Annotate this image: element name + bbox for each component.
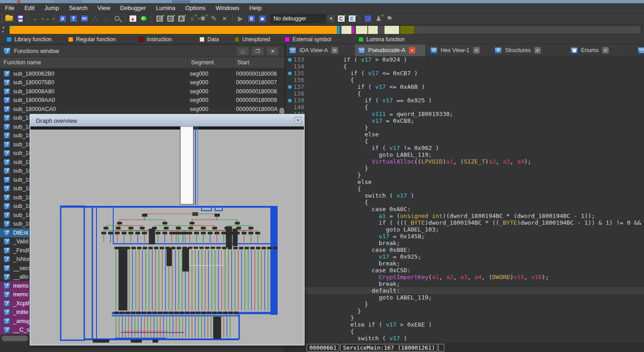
close-button[interactable]: ✕ <box>266 47 279 56</box>
debug-stop-icon[interactable]: ■ <box>257 14 267 24</box>
menu-file[interactable]: File <box>0 4 19 12</box>
forward-icon[interactable]: →▾ <box>42 14 52 24</box>
code-line[interactable]: 156 a1 = (unsigned int)(dword_1800194BC … <box>286 212 644 219</box>
make-data-icon[interactable]: D+ <box>165 14 175 24</box>
code-line[interactable]: 164 case 0xC5D: <box>286 267 644 274</box>
make-string-icon[interactable]: s+▾ <box>187 14 197 24</box>
code-line[interactable]: 169 } <box>286 301 644 308</box>
jump-binary-icon[interactable]: 101 <box>79 14 89 24</box>
code-line[interactable]: 136 { <box>286 77 644 83</box>
tab-structures[interactable]: AStructures× <box>492 44 558 56</box>
search-icon[interactable] <box>112 14 122 24</box>
table-row[interactable]: ƒsub_1800062B0seg0000000000180006 <box>0 69 284 78</box>
code-line[interactable]: 142 v17 = 0xCB8; <box>286 117 644 124</box>
code-line[interactable]: 149 } <box>286 165 644 172</box>
code-line[interactable]: 147 goto LABEL_119; <box>286 151 644 158</box>
close-icon[interactable]: × <box>332 47 338 53</box>
menu-debugger[interactable]: Debugger <box>115 4 151 12</box>
menu-jump[interactable]: Jump <box>39 4 64 12</box>
close-icon[interactable]: × <box>409 47 415 53</box>
flag-icon[interactable]: ⚑ <box>384 14 394 24</box>
code-line[interactable]: 167 default: <box>286 287 644 294</box>
code-line[interactable]: 165 CryptImportKey(a1, a2, a3, a4, (DWOR… <box>286 274 644 280</box>
tab-enums[interactable]: ▤Enums× <box>568 44 626 56</box>
code-line[interactable]: 160 break; <box>286 240 644 246</box>
code-line[interactable]: 139 if ( v17 == 0x925 ) <box>286 97 644 104</box>
back-icon[interactable]: ←▾ <box>31 14 41 24</box>
menu-options[interactable]: Options <box>180 4 211 12</box>
code-line[interactable]: 170 } <box>286 308 644 314</box>
code-line[interactable]: 155 case 0xA6C: <box>286 206 644 212</box>
code-line[interactable]: 172 else if ( v17 > 0xE8E ) <box>286 321 644 328</box>
code-line[interactable]: 141 v111 = qword_180019338; <box>286 111 644 117</box>
graph-overview-window[interactable]: Graph overview ✕ <box>30 114 304 345</box>
debug-pause-icon[interactable]: II <box>246 14 256 24</box>
graph-overview-canvas[interactable] <box>30 126 304 345</box>
close-icon[interactable]: ✕ <box>294 117 302 124</box>
continue-process-icon[interactable]: C+ <box>347 14 357 24</box>
code-line[interactable]: 168 goto LABEL_119; <box>286 294 644 301</box>
float-button[interactable]: ❐ <box>251 47 264 56</box>
code-line[interactable]: 148 VirtualAlloc((LPVOID)a1, (SIZE_T)a2,… <box>286 158 644 165</box>
debug-start-icon[interactable]: ▶ <box>235 14 245 24</box>
code-line[interactable]: 150 } <box>286 172 644 178</box>
code-line[interactable]: 154 { <box>286 199 644 206</box>
attach-process-icon[interactable]: C+ <box>336 14 346 24</box>
lumina-status-icon[interactable] <box>139 14 149 24</box>
tab-hex-view-1[interactable]: OHex View-1× <box>428 44 490 56</box>
make-array-icon[interactable]: ✱+ <box>198 14 208 24</box>
menu-windows[interactable]: Windows <box>211 4 245 12</box>
tab-ida-view-a[interactable]: IDA View-A× <box>286 44 350 56</box>
jump-down-icon[interactable]: ↓ <box>101 14 111 24</box>
table-row[interactable]: ƒsub_18000ACA0seg000000000018000A <box>0 105 284 114</box>
edit-icon[interactable]: ✎ <box>209 14 219 24</box>
breakpoint-list-icon[interactable]: ● <box>363 14 373 24</box>
breakpoint-dot[interactable] <box>288 99 292 102</box>
menu-edit[interactable]: Edit <box>19 4 39 12</box>
code-line[interactable]: 140 { <box>286 104 644 111</box>
open-file-icon[interactable] <box>4 14 14 24</box>
trace-icon[interactable]: ∴ <box>90 14 100 24</box>
graph-overview-titlebar[interactable]: Graph overview <box>30 115 304 126</box>
menu-search[interactable]: Search <box>64 4 92 12</box>
code-line[interactable]: 144 else <box>286 131 644 138</box>
column-header-start[interactable]: Start <box>234 57 285 68</box>
code-line[interactable]: 137 if ( v17 <= 0xA6B ) <box>286 83 644 90</box>
table-row[interactable]: ƒsub_180009AA0seg0000000000180009 <box>0 96 284 105</box>
debugger-select[interactable]: No debugger <box>270 14 326 23</box>
debugger-select-chevron[interactable]: ▼ <box>327 14 336 23</box>
jump-address-icon[interactable]: # <box>58 14 67 24</box>
code-line[interactable]: 174 switch ( v17 ) <box>286 335 644 342</box>
code-line[interactable]: 135 if ( v17 <= 0xCB7 ) <box>286 70 644 77</box>
code-line[interactable]: 146 if ( v17 != 0x962 ) <box>286 145 644 151</box>
save-file-icon[interactable] <box>15 14 25 24</box>
tab-partial[interactable] <box>635 44 644 56</box>
close-icon[interactable]: × <box>602 47 609 53</box>
code-line[interactable]: 153 switch ( v17 ) <box>286 192 644 199</box>
menu-help[interactable]: Help <box>245 4 267 12</box>
code-line[interactable]: 173 { <box>286 328 644 335</box>
breakpoint-dot[interactable] <box>288 58 292 62</box>
code-line[interactable]: 171 } <box>286 314 644 321</box>
breakpoint-dot[interactable] <box>288 72 292 75</box>
navband-strip[interactable] <box>9 25 641 34</box>
menu-lumina[interactable]: Lumina <box>151 4 180 12</box>
code-line[interactable]: 162 v17 = 0x925; <box>286 253 644 260</box>
code-line[interactable]: 157 if ( (((_BYTE)dword_1800194BC * ((_B… <box>286 219 644 226</box>
add-watch-icon[interactable]: ♟+ <box>374 14 384 24</box>
table-row[interactable]: ƒsub_180008A80seg0000000000180008 <box>0 87 284 96</box>
code-line[interactable]: 161 case 0xB8E: <box>286 246 644 253</box>
code-line[interactable]: 133if ( v17 > 0x924 ) <box>286 56 644 63</box>
make-name-icon[interactable]: A+ <box>176 14 186 24</box>
jump-name-icon[interactable]: T <box>68 14 78 24</box>
code-line[interactable]: 152 { <box>286 185 644 192</box>
functions-horizontal-scrollbar[interactable] <box>2 336 28 341</box>
functions-table-header[interactable]: Function nameSegmentStart <box>0 57 284 68</box>
code-line[interactable]: 159 v17 = 0x145B; <box>286 233 644 240</box>
pseudocode-view[interactable]: 133if ( v17 > 0x924 )134{135 if ( v17 <=… <box>286 56 644 342</box>
maximize-button[interactable]: □ <box>236 47 249 56</box>
close-icon[interactable]: × <box>534 47 541 53</box>
code-line[interactable]: 163 break; <box>286 260 644 267</box>
code-line[interactable]: 166 break; <box>286 280 644 287</box>
code-line[interactable]: 138 { <box>286 90 644 97</box>
